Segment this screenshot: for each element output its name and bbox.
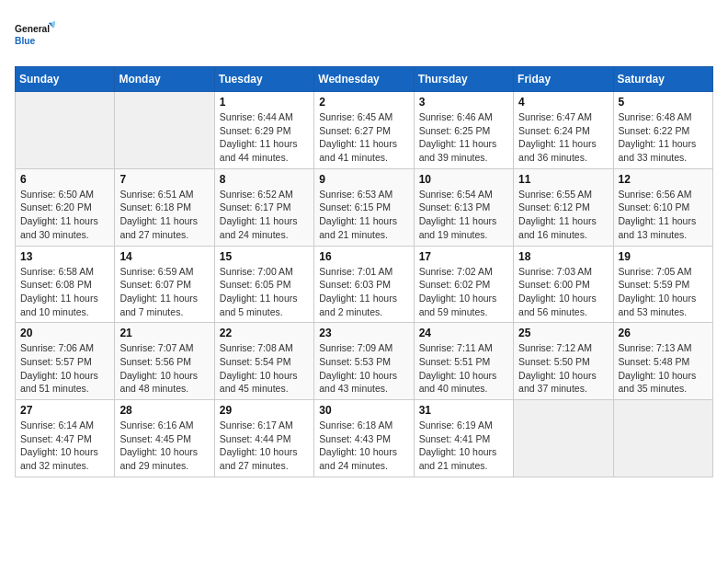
calendar-cell: 19Sunrise: 7:05 AM Sunset: 5:59 PM Dayli… bbox=[613, 246, 712, 323]
weekday-header-wednesday: Wednesday bbox=[314, 67, 414, 92]
day-number: 21 bbox=[119, 327, 209, 339]
day-info: Sunrise: 7:13 AM Sunset: 5:48 PM Dayligh… bbox=[619, 341, 708, 396]
day-info: Sunrise: 6:16 AM Sunset: 4:45 PM Dayligh… bbox=[119, 419, 209, 473]
day-number: 5 bbox=[619, 96, 708, 109]
day-number: 3 bbox=[419, 96, 508, 109]
calendar-header: SundayMondayTuesdayWednesdayThursdayFrid… bbox=[16, 67, 713, 92]
day-number: 22 bbox=[220, 327, 309, 339]
calendar-cell: 16Sunrise: 7:01 AM Sunset: 6:03 PM Dayli… bbox=[314, 246, 414, 323]
day-number: 16 bbox=[319, 250, 408, 263]
day-info: Sunrise: 7:03 AM Sunset: 6:00 PM Dayligh… bbox=[518, 265, 608, 319]
calendar-cell: 23Sunrise: 7:09 AM Sunset: 5:53 PM Dayli… bbox=[314, 323, 414, 400]
day-info: Sunrise: 6:54 AM Sunset: 6:13 PM Dayligh… bbox=[419, 188, 508, 242]
day-info: Sunrise: 6:14 AM Sunset: 4:47 PM Dayligh… bbox=[20, 419, 109, 473]
calendar-cell: 18Sunrise: 7:03 AM Sunset: 6:00 PM Dayli… bbox=[514, 246, 613, 323]
day-number: 24 bbox=[419, 327, 508, 339]
weekday-header-friday: Friday bbox=[514, 67, 613, 92]
calendar-cell: 20Sunrise: 7:06 AM Sunset: 5:57 PM Dayli… bbox=[16, 323, 115, 400]
day-number: 15 bbox=[220, 250, 309, 263]
weekday-header-saturday: Saturday bbox=[613, 67, 712, 92]
day-info: Sunrise: 6:50 AM Sunset: 6:20 PM Dayligh… bbox=[20, 188, 109, 242]
calendar-cell: 9Sunrise: 6:53 AM Sunset: 6:15 PM Daylig… bbox=[314, 168, 414, 246]
day-info: Sunrise: 6:55 AM Sunset: 6:12 PM Dayligh… bbox=[518, 188, 608, 242]
day-number: 8 bbox=[220, 173, 309, 186]
calendar-cell: 14Sunrise: 6:59 AM Sunset: 6:07 PM Dayli… bbox=[115, 246, 214, 323]
day-info: Sunrise: 6:56 AM Sunset: 6:10 PM Dayligh… bbox=[619, 188, 708, 242]
day-number: 25 bbox=[518, 327, 608, 339]
calendar-week-row: 13Sunrise: 6:58 AM Sunset: 6:08 PM Dayli… bbox=[16, 246, 713, 323]
day-info: Sunrise: 6:52 AM Sunset: 6:17 PM Dayligh… bbox=[220, 188, 309, 242]
day-info: Sunrise: 7:01 AM Sunset: 6:03 PM Dayligh… bbox=[319, 265, 408, 319]
calendar-cell: 7Sunrise: 6:51 AM Sunset: 6:18 PM Daylig… bbox=[115, 168, 214, 246]
day-number: 26 bbox=[619, 327, 708, 339]
day-info: Sunrise: 6:51 AM Sunset: 6:18 PM Dayligh… bbox=[119, 188, 209, 242]
calendar-cell: 12Sunrise: 6:56 AM Sunset: 6:10 PM Dayli… bbox=[613, 168, 712, 246]
calendar-week-row: 20Sunrise: 7:06 AM Sunset: 5:57 PM Dayli… bbox=[16, 323, 713, 400]
day-info: Sunrise: 6:46 AM Sunset: 6:25 PM Dayligh… bbox=[419, 110, 508, 165]
svg-text:Blue: Blue bbox=[15, 36, 36, 46]
day-info: Sunrise: 6:53 AM Sunset: 6:15 PM Dayligh… bbox=[319, 188, 408, 242]
day-info: Sunrise: 6:44 AM Sunset: 6:29 PM Dayligh… bbox=[220, 110, 309, 165]
calendar-cell: 24Sunrise: 7:11 AM Sunset: 5:51 PM Dayli… bbox=[414, 323, 513, 400]
day-number: 31 bbox=[419, 404, 508, 417]
calendar-cell: 2Sunrise: 6:45 AM Sunset: 6:27 PM Daylig… bbox=[314, 92, 414, 169]
day-info: Sunrise: 7:08 AM Sunset: 5:54 PM Dayligh… bbox=[220, 341, 309, 396]
calendar-week-row: 6Sunrise: 6:50 AM Sunset: 6:20 PM Daylig… bbox=[16, 168, 713, 246]
day-info: Sunrise: 6:45 AM Sunset: 6:27 PM Dayligh… bbox=[319, 110, 408, 165]
day-info: Sunrise: 6:18 AM Sunset: 4:43 PM Dayligh… bbox=[319, 419, 408, 473]
day-number: 30 bbox=[319, 404, 408, 417]
day-info: Sunrise: 7:07 AM Sunset: 5:56 PM Dayligh… bbox=[119, 341, 209, 396]
logo-svg: General Blue bbox=[15, 15, 55, 55]
weekday-header-thursday: Thursday bbox=[414, 67, 513, 92]
day-number: 18 bbox=[518, 250, 608, 263]
day-number: 7 bbox=[119, 173, 209, 186]
day-number: 4 bbox=[518, 96, 608, 109]
logo: General Blue bbox=[15, 15, 55, 55]
day-info: Sunrise: 7:00 AM Sunset: 6:05 PM Dayligh… bbox=[220, 265, 309, 319]
day-info: Sunrise: 6:48 AM Sunset: 6:22 PM Dayligh… bbox=[619, 110, 708, 165]
calendar-cell: 1Sunrise: 6:44 AM Sunset: 6:29 PM Daylig… bbox=[214, 92, 313, 169]
day-number: 1 bbox=[220, 96, 309, 109]
svg-text:General: General bbox=[15, 24, 50, 34]
weekday-header-monday: Monday bbox=[115, 67, 214, 92]
calendar-cell bbox=[115, 92, 214, 169]
day-info: Sunrise: 6:59 AM Sunset: 6:07 PM Dayligh… bbox=[119, 265, 209, 319]
day-info: Sunrise: 6:58 AM Sunset: 6:08 PM Dayligh… bbox=[20, 265, 109, 319]
weekday-header-tuesday: Tuesday bbox=[214, 67, 313, 92]
day-info: Sunrise: 7:02 AM Sunset: 6:02 PM Dayligh… bbox=[419, 265, 508, 319]
calendar-cell: 29Sunrise: 6:17 AM Sunset: 4:44 PM Dayli… bbox=[214, 400, 313, 477]
calendar-cell: 5Sunrise: 6:48 AM Sunset: 6:22 PM Daylig… bbox=[613, 92, 712, 169]
day-number: 6 bbox=[20, 173, 109, 186]
day-info: Sunrise: 7:05 AM Sunset: 5:59 PM Dayligh… bbox=[619, 265, 708, 319]
calendar-cell: 31Sunrise: 6:19 AM Sunset: 4:41 PM Dayli… bbox=[414, 400, 513, 477]
day-number: 17 bbox=[419, 250, 508, 263]
calendar-week-row: 27Sunrise: 6:14 AM Sunset: 4:47 PM Dayli… bbox=[16, 400, 713, 477]
calendar-body: 1Sunrise: 6:44 AM Sunset: 6:29 PM Daylig… bbox=[16, 92, 713, 477]
day-number: 11 bbox=[518, 173, 608, 186]
calendar-cell: 28Sunrise: 6:16 AM Sunset: 4:45 PM Dayli… bbox=[115, 400, 214, 477]
day-number: 28 bbox=[119, 404, 209, 417]
calendar-cell: 10Sunrise: 6:54 AM Sunset: 6:13 PM Dayli… bbox=[414, 168, 513, 246]
calendar-cell bbox=[514, 400, 613, 477]
calendar-cell: 8Sunrise: 6:52 AM Sunset: 6:17 PM Daylig… bbox=[214, 168, 313, 246]
day-info: Sunrise: 6:19 AM Sunset: 4:41 PM Dayligh… bbox=[419, 419, 508, 473]
day-info: Sunrise: 7:06 AM Sunset: 5:57 PM Dayligh… bbox=[20, 341, 109, 396]
day-number: 14 bbox=[119, 250, 209, 263]
day-number: 19 bbox=[619, 250, 708, 263]
calendar-cell: 4Sunrise: 6:47 AM Sunset: 6:24 PM Daylig… bbox=[514, 92, 613, 169]
day-info: Sunrise: 7:09 AM Sunset: 5:53 PM Dayligh… bbox=[319, 341, 408, 396]
calendar-cell: 13Sunrise: 6:58 AM Sunset: 6:08 PM Dayli… bbox=[16, 246, 115, 323]
calendar-week-row: 1Sunrise: 6:44 AM Sunset: 6:29 PM Daylig… bbox=[16, 92, 713, 169]
calendar-cell: 15Sunrise: 7:00 AM Sunset: 6:05 PM Dayli… bbox=[214, 246, 313, 323]
day-info: Sunrise: 6:17 AM Sunset: 4:44 PM Dayligh… bbox=[220, 419, 309, 473]
day-number: 29 bbox=[220, 404, 309, 417]
day-info: Sunrise: 7:12 AM Sunset: 5:50 PM Dayligh… bbox=[518, 341, 608, 396]
day-number: 27 bbox=[20, 404, 109, 417]
calendar-cell: 21Sunrise: 7:07 AM Sunset: 5:56 PM Dayli… bbox=[115, 323, 214, 400]
calendar-cell: 22Sunrise: 7:08 AM Sunset: 5:54 PM Dayli… bbox=[214, 323, 313, 400]
day-number: 20 bbox=[20, 327, 109, 339]
calendar-cell: 30Sunrise: 6:18 AM Sunset: 4:43 PM Dayli… bbox=[314, 400, 414, 477]
day-info: Sunrise: 6:47 AM Sunset: 6:24 PM Dayligh… bbox=[518, 110, 608, 165]
calendar-cell: 11Sunrise: 6:55 AM Sunset: 6:12 PM Dayli… bbox=[514, 168, 613, 246]
day-number: 9 bbox=[319, 173, 408, 186]
